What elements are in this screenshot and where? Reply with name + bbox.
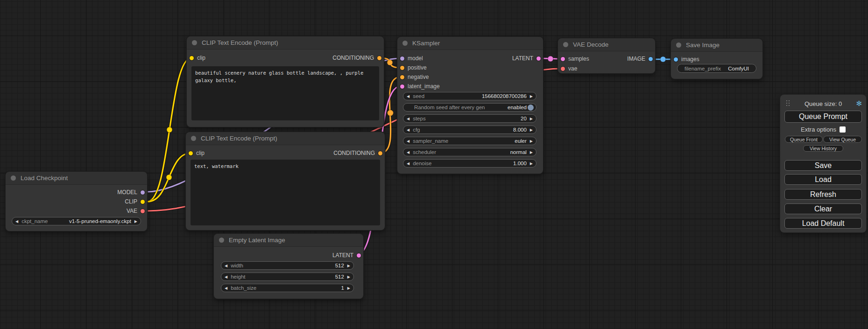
prev-value-icon[interactable]: ◀ (15, 219, 18, 224)
negative-prompt-textarea[interactable]: text, watermark (191, 160, 380, 225)
random-seed-toggle-widget[interactable]: Random seed after every gen enabled (403, 103, 536, 112)
collapse-dot-icon[interactable] (11, 175, 16, 181)
view-history-button[interactable]: View History (803, 145, 843, 152)
link-dot[interactable] (660, 56, 666, 62)
positive-prompt-textarea[interactable]: beautiful scenery nature glass bottle la… (191, 66, 379, 120)
cfg-widget[interactable]: ◀ cfg 8.000 ▶ (403, 126, 536, 134)
height-widget[interactable]: ◀ height 512 ▶ (221, 273, 354, 281)
queue-prompt-button[interactable]: Queue Prompt (784, 111, 862, 123)
ckpt-name-widget[interactable]: ◀ ckpt_name v1-5-pruned-emaonly.ckpt ▶ (12, 217, 141, 225)
node-graph-canvas[interactable]: Load Checkpoint MODEL CLIP VAE ◀ ckpt_na… (0, 0, 868, 329)
conditioning-port-dot[interactable] (378, 151, 382, 155)
next-value-icon[interactable]: ▶ (530, 128, 533, 132)
collapse-dot-icon[interactable] (563, 42, 568, 47)
node-title: VAE Decode (573, 41, 608, 48)
model-port-dot[interactable] (141, 190, 145, 195)
batch-size-widget[interactable]: ◀ batch_size 1 ▶ (221, 284, 354, 292)
next-value-icon[interactable]: ▶ (530, 161, 533, 166)
conditioning-port-dot[interactable] (400, 75, 404, 79)
clear-button[interactable]: Clear (784, 203, 862, 214)
collapse-dot-icon[interactable] (219, 238, 224, 243)
width-widget[interactable]: ◀ width 512 ▶ (221, 261, 354, 270)
prev-value-icon[interactable]: ◀ (407, 161, 409, 166)
widget-value: 1 (341, 285, 344, 291)
sampler-name-widget[interactable]: ◀ sampler_name euler ▶ (403, 137, 536, 145)
collapse-dot-icon[interactable] (192, 40, 197, 45)
conditioning-port-dot[interactable] (400, 66, 404, 70)
next-value-icon[interactable]: ▶ (347, 264, 350, 268)
queue-front-button[interactable]: Queue Front (785, 136, 823, 143)
latent-port-dot[interactable] (536, 56, 541, 61)
widget-value: enabled (508, 105, 527, 110)
prev-value-icon[interactable]: ◀ (407, 139, 409, 143)
next-value-icon[interactable]: ▶ (347, 275, 350, 279)
queue-panel-header: Queue size: 0 ✻ (780, 99, 866, 108)
node-title-bar[interactable]: Load Checkpoint (6, 172, 147, 185)
link-dot[interactable] (387, 60, 393, 65)
vae-port-dot[interactable] (561, 67, 565, 71)
settings-gear-icon[interactable]: ✻ (856, 99, 862, 108)
filename-prefix-widget[interactable]: filename_prefix ComfyUI (677, 64, 756, 73)
image-port-dot[interactable] (649, 57, 653, 61)
model-port-dot[interactable] (400, 56, 404, 61)
next-value-icon[interactable]: ▶ (530, 94, 533, 98)
collapse-dot-icon[interactable] (676, 42, 681, 48)
node-vae-decode: VAE Decode samples vae IMAGE (558, 38, 655, 73)
vae-port-dot[interactable] (141, 209, 145, 213)
collapse-dot-icon[interactable] (402, 41, 408, 46)
extra-options-checkbox[interactable] (840, 126, 846, 133)
seed-widget[interactable]: ◀ seed 156680208700286 ▶ (403, 92, 536, 100)
next-value-icon[interactable]: ▶ (530, 139, 533, 143)
prev-value-icon[interactable]: ◀ (407, 94, 409, 98)
load-default-button[interactable]: Load Default (784, 218, 862, 229)
drag-handle-icon[interactable] (786, 100, 787, 101)
node-title-bar[interactable]: CLIP Text Encode (Prompt) (187, 36, 384, 49)
link-dot[interactable] (167, 127, 172, 133)
clip-port-dot[interactable] (141, 200, 145, 204)
input-port-samples: samples (561, 55, 589, 63)
port-label: MODEL (117, 189, 137, 196)
node-title-bar[interactable]: Empty Latent Image (214, 234, 363, 247)
latent-port-dot[interactable] (357, 253, 361, 258)
widget-value: normal (510, 149, 527, 155)
clip-port-dot[interactable] (190, 56, 194, 60)
conditioning-port-dot[interactable] (377, 56, 381, 60)
node-title-bar[interactable]: CLIP Text Encode (Prompt) (186, 132, 385, 145)
next-value-icon[interactable]: ▶ (530, 117, 533, 121)
denoise-widget[interactable]: ◀ denoise 1.000 ▶ (403, 159, 536, 168)
load-button[interactable]: Load (784, 174, 862, 185)
collapse-dot-icon[interactable] (191, 136, 196, 141)
prev-value-icon[interactable]: ◀ (407, 117, 409, 121)
node-title: Load Checkpoint (21, 175, 68, 182)
node-title-bar[interactable]: Save Image (671, 39, 762, 52)
next-value-icon[interactable]: ▶ (347, 286, 350, 290)
node-title-bar[interactable]: VAE Decode (558, 38, 655, 51)
toggle-enabled-icon[interactable] (528, 105, 534, 111)
link-dot[interactable] (548, 56, 553, 62)
image-port-dot[interactable] (674, 57, 678, 62)
next-value-icon[interactable]: ▶ (530, 150, 533, 154)
refresh-button[interactable]: Refresh (784, 189, 862, 200)
prev-value-icon[interactable]: ◀ (407, 128, 409, 132)
node-title-bar[interactable]: KSampler (397, 37, 543, 50)
scheduler-widget[interactable]: ◀ scheduler normal ▶ (403, 148, 536, 156)
prev-value-icon[interactable]: ◀ (225, 286, 227, 290)
latent-port-dot[interactable] (400, 84, 404, 89)
widget-label: width (231, 263, 243, 268)
input-port-negative: negative (400, 73, 429, 81)
widget-label: batch_size (231, 285, 256, 291)
link-dot[interactable] (388, 110, 394, 116)
widget-label: filename_prefix (685, 66, 721, 71)
clip-port-dot[interactable] (189, 151, 193, 155)
prev-value-icon[interactable]: ◀ (225, 275, 227, 279)
link-dot[interactable] (166, 175, 172, 180)
prev-value-icon[interactable]: ◀ (225, 264, 227, 268)
port-label: vae (568, 65, 577, 72)
steps-widget[interactable]: ◀ steps 20 ▶ (403, 114, 536, 123)
prev-value-icon[interactable]: ◀ (407, 150, 409, 154)
view-queue-button[interactable]: View Queue (823, 136, 862, 143)
latent-port-dot[interactable] (561, 57, 565, 61)
save-button[interactable]: Save (784, 160, 862, 171)
extra-options-label: Extra options (801, 126, 836, 133)
next-value-icon[interactable]: ▶ (134, 219, 137, 224)
